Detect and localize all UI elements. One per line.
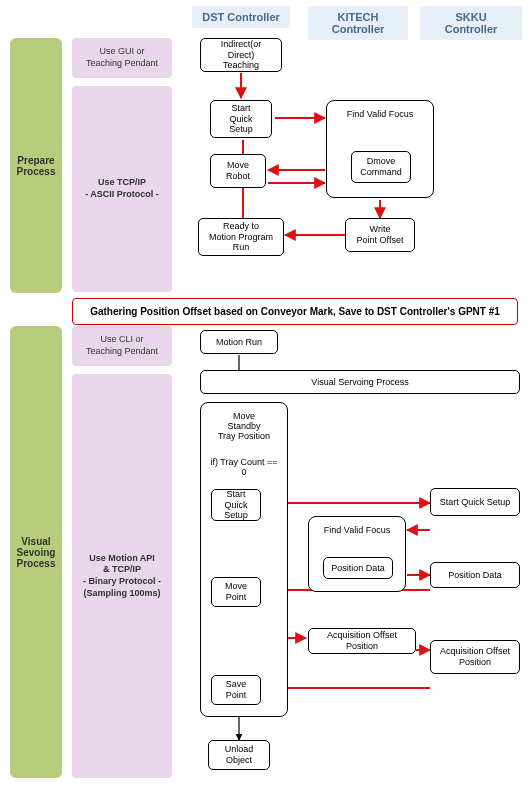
phase-visual-servoing: VisualSevoingProcess bbox=[10, 326, 62, 778]
protocol-gui: Use GUI orTeaching Pendant bbox=[72, 38, 172, 78]
protocol-cli-label: Use CLI orTeaching Pendant bbox=[86, 334, 158, 357]
node-ready-motion-program: Ready toMotion ProgramRun bbox=[198, 218, 284, 256]
node-skku-acq-offset: Acquisition Offset Position bbox=[430, 640, 520, 674]
node-tray-count-cond: if) Tray Count == 0 bbox=[207, 457, 281, 477]
protocol-api-label: Use Motion API& TCP/IP- Binary Protocol … bbox=[83, 553, 161, 600]
node-find-valid-focus: Find Valid Focus bbox=[337, 109, 423, 119]
phase-prepare: PrepareProcess bbox=[10, 38, 62, 293]
column-header-kitech: KITECH Controller bbox=[308, 6, 408, 40]
node-skku-start-quick-setup: Start Quick Setup bbox=[430, 488, 520, 516]
node-move-standby: MoveStandbyTray Position bbox=[207, 411, 281, 441]
node-vs-start-quick-setup: StartQuick Setup bbox=[211, 489, 261, 521]
phase-prepare-label: PrepareProcess bbox=[13, 151, 60, 181]
node-unload-object: UnloadObject bbox=[208, 740, 270, 770]
node-skku-position-data: Position Data bbox=[430, 562, 520, 588]
node-teaching: Indirect(or Direct)Teaching bbox=[200, 38, 282, 72]
kitech-focus-group: Find Valid Focus Position Data bbox=[308, 516, 406, 592]
dst-vs-group: MoveStandbyTray Position if) Tray Count … bbox=[200, 402, 288, 717]
phase-vs-label: VisualSevoingProcess bbox=[13, 532, 60, 573]
node-kitech-position-data: Position Data bbox=[323, 557, 393, 579]
node-kitech-acq-offset: Acquisition Offset Position bbox=[308, 628, 416, 654]
banner-position-offset: Gathering Position Offset based on Conve… bbox=[72, 298, 518, 325]
column-header-dst: DST Controller bbox=[192, 6, 290, 28]
node-write-point-offset: WritePoint Offset bbox=[345, 218, 415, 252]
node-move-robot: MoveRobot bbox=[210, 154, 266, 188]
node-motion-run: Motion Run bbox=[200, 330, 278, 354]
protocol-gui-label: Use GUI orTeaching Pendant bbox=[86, 46, 158, 69]
kitech-prepare-group: Find Valid Focus DmoveCommand bbox=[326, 100, 434, 198]
node-dmove-command: DmoveCommand bbox=[351, 151, 411, 183]
protocol-api: Use Motion API& TCP/IP- Binary Protocol … bbox=[72, 374, 172, 778]
protocol-tcp-label: Use TCP/IP- ASCII Protocol - bbox=[85, 177, 159, 200]
node-save-point: SavePoint bbox=[211, 675, 261, 705]
node-vs-process: Visual Servoing Process bbox=[200, 370, 520, 394]
node-vs-find-valid-focus: Find Valid Focus bbox=[315, 525, 399, 535]
protocol-tcp: Use TCP/IP- ASCII Protocol - bbox=[72, 86, 172, 292]
node-move-point: MovePoint bbox=[211, 577, 261, 607]
node-start-quick-setup: StartQuick Setup bbox=[210, 100, 272, 138]
column-header-skku: SKKU Controller bbox=[420, 6, 522, 40]
protocol-cli: Use CLI orTeaching Pendant bbox=[72, 326, 172, 366]
